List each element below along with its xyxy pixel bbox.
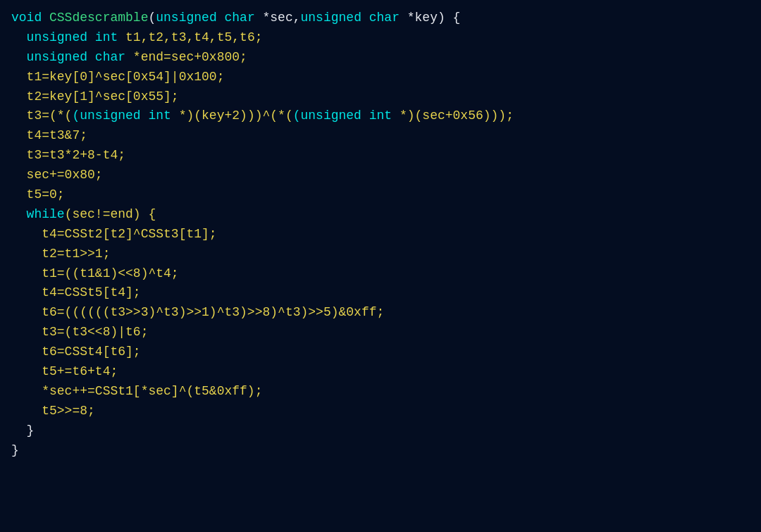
code-token: *sec++=CSSt1[*sec]^(t5&0xff); bbox=[42, 384, 262, 398]
code-token: unsigned char bbox=[27, 50, 133, 64]
code-line: t3=t3*2+8-t4; bbox=[11, 146, 750, 166]
code-line: t3=(*((unsigned int *)(key+2)))^(*((unsi… bbox=[11, 106, 750, 126]
code-line: } bbox=[11, 441, 750, 461]
code-line: void CSSdescramble(unsigned char *sec,un… bbox=[11, 8, 750, 28]
code-token: t3=(*( bbox=[27, 109, 73, 123]
code-token: t4=t3&7; bbox=[27, 128, 87, 142]
code-line: t1=((t1&1)<<8)^t4; bbox=[11, 264, 750, 284]
code-line: t4=CSSt5[t4]; bbox=[11, 283, 750, 303]
code-token bbox=[11, 168, 27, 182]
code-token: t2=t1>>1; bbox=[42, 247, 110, 261]
code-token: t1,t2,t3,t4,t5,t6; bbox=[125, 30, 262, 44]
code-line: sec+=0x80; bbox=[11, 166, 750, 185]
code-token bbox=[11, 247, 42, 261]
code-line: while(sec!=end) { bbox=[11, 205, 750, 225]
code-token: t5>>=8; bbox=[42, 404, 95, 418]
code-token bbox=[11, 384, 42, 398]
code-token: unsigned char bbox=[156, 11, 262, 25]
code-line: unsigned int t1,t2,t3,t4,t5,t6; bbox=[11, 28, 750, 48]
code-token: (unsigned int bbox=[293, 109, 400, 123]
code-token: t2=key[1]^sec[0x55]; bbox=[27, 89, 179, 104]
code-token: t1=((t1&1)<<8)^t4; bbox=[42, 266, 178, 280]
code-token bbox=[11, 70, 27, 84]
code-token bbox=[11, 305, 42, 319]
code-token bbox=[11, 109, 27, 123]
code-token bbox=[11, 148, 27, 162]
code-line: t2=key[1]^sec[0x55]; bbox=[11, 87, 750, 107]
code-token: unsigned char bbox=[301, 11, 407, 25]
code-token: (sec!=end) { bbox=[65, 207, 156, 221]
code-line: } bbox=[11, 421, 750, 441]
code-line: t6=CSSt4[t6]; bbox=[11, 342, 750, 362]
code-token: while bbox=[27, 207, 65, 221]
code-token bbox=[11, 423, 27, 438]
code-token bbox=[11, 187, 27, 202]
code-token: t5=0; bbox=[27, 187, 65, 202]
code-token: *key) { bbox=[407, 11, 461, 25]
code-line: t4=CSSt2[t2]^CSSt3[t1]; bbox=[11, 225, 750, 245]
code-line: t5+=t6+t4; bbox=[11, 362, 750, 382]
code-token: } bbox=[11, 443, 19, 457]
code-editor: void CSSdescramble(unsigned char *sec,un… bbox=[0, 0, 761, 532]
code-token bbox=[11, 89, 27, 104]
code-line: t6=((((((t3>>3)^t3)>>1)^t3)>>8)^t3)>>5)&… bbox=[11, 303, 750, 323]
code-token: CSSdescramble bbox=[49, 11, 148, 25]
code-token bbox=[11, 50, 27, 64]
code-token: t1=key[0]^sec[0x54]|0x100; bbox=[27, 70, 225, 84]
code-token: ( bbox=[148, 11, 156, 25]
code-token: t5+=t6+t4; bbox=[42, 364, 118, 378]
code-token bbox=[11, 227, 42, 241]
code-token: t6=CSSt4[t6]; bbox=[42, 345, 140, 359]
code-token: t3=(t3<<8)|t6; bbox=[42, 325, 148, 339]
code-token: sec+=0x80; bbox=[27, 168, 103, 182]
code-token bbox=[11, 325, 42, 339]
code-line: t5>>=8; bbox=[11, 402, 750, 421]
code-token: *end=sec+0x800; bbox=[133, 50, 247, 64]
code-token bbox=[11, 266, 42, 280]
code-line: t4=t3&7; bbox=[11, 126, 750, 146]
code-line: t5=0; bbox=[11, 185, 750, 205]
code-token: unsigned int bbox=[27, 30, 125, 44]
code-token bbox=[11, 285, 42, 299]
code-token bbox=[11, 364, 42, 378]
code-token: (unsigned int bbox=[72, 109, 178, 123]
code-line: *sec++=CSSt1[*sec]^(t5&0xff); bbox=[11, 382, 750, 402]
code-token bbox=[11, 128, 27, 142]
code-token: (key+2)))^(*( bbox=[194, 109, 292, 123]
code-line: t3=(t3<<8)|t6; bbox=[11, 323, 750, 342]
code-token: *) bbox=[400, 109, 415, 123]
code-line: unsigned char *end=sec+0x800; bbox=[11, 48, 750, 68]
code-token bbox=[11, 345, 42, 359]
code-token bbox=[11, 30, 27, 44]
code-line: t1=key[0]^sec[0x54]|0x100; bbox=[11, 68, 750, 87]
code-token bbox=[11, 207, 27, 221]
code-token: } bbox=[27, 423, 35, 438]
code-line: t2=t1>>1; bbox=[11, 245, 750, 264]
code-token: t4=CSSt5[t4]; bbox=[42, 285, 140, 299]
code-token: void bbox=[11, 11, 49, 25]
code-token: t3=t3*2+8-t4; bbox=[27, 148, 125, 162]
code-token bbox=[11, 404, 42, 418]
code-token: *) bbox=[179, 109, 194, 123]
code-token: (sec+0x56))); bbox=[415, 109, 514, 123]
code-token: t4=CSSt2[t2]^CSSt3[t1]; bbox=[42, 227, 216, 241]
code-token: *sec, bbox=[263, 11, 301, 25]
code-token: t6=((((((t3>>3)^t3)>>1)^t3)>>8)^t3)>>5)&… bbox=[42, 305, 384, 319]
